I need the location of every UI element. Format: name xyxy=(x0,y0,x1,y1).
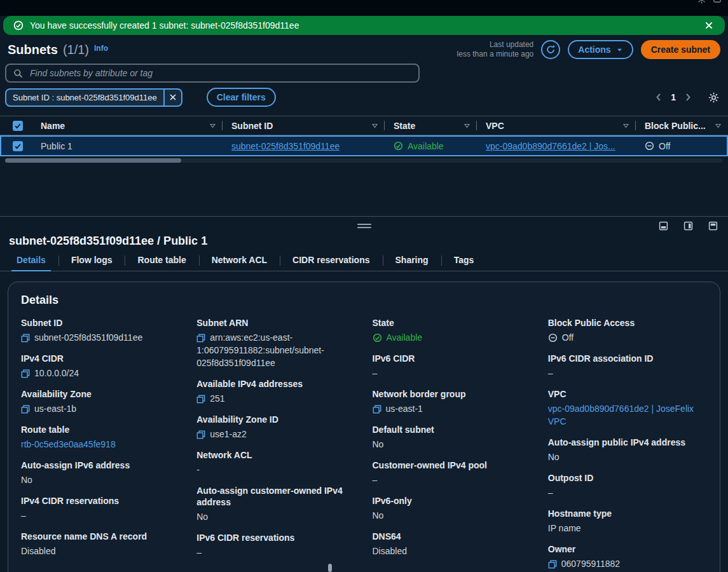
column-header-vpc[interactable]: VPC xyxy=(477,116,636,135)
column-header-subnet-id[interactable]: Subnet ID xyxy=(223,116,385,135)
flash-close-button[interactable] xyxy=(703,20,715,31)
tab-tags[interactable]: Tags xyxy=(441,252,487,271)
pagination: 1 xyxy=(652,91,720,104)
page-title: Subnets xyxy=(8,43,58,57)
tab-network-acl[interactable]: Network ACL xyxy=(199,252,280,271)
field-value: arn:aws:ec2:us-east-1:060795911882:subne… xyxy=(196,331,355,369)
field-label: Network ACL xyxy=(196,449,355,461)
info-link[interactable]: Info xyxy=(94,44,108,53)
field-text: – xyxy=(373,475,378,485)
field-label: Availability Zone ID xyxy=(196,414,355,425)
column-header-state[interactable]: State xyxy=(385,116,477,135)
panel-position-side-button[interactable] xyxy=(682,220,694,232)
status-off-icon xyxy=(548,332,562,343)
copy-icon[interactable] xyxy=(196,393,210,404)
clear-filters-button[interactable]: Clear filters xyxy=(207,88,276,107)
copy-icon[interactable] xyxy=(21,404,34,414)
tab-route-table[interactable]: Route table xyxy=(125,252,198,271)
table-row[interactable]: Public 1 subnet-025f8d351f09d11ee Availa… xyxy=(0,135,728,156)
field-label: Default subnet xyxy=(373,424,532,435)
tab-flow-logs[interactable]: Flow logs xyxy=(58,252,125,271)
field-resource-name-dns-a-record: Resource name DNS A recordDisabled xyxy=(21,531,180,557)
field-label: Auto-assign public IPv4 address xyxy=(548,437,707,448)
sort-icon[interactable] xyxy=(715,122,722,129)
field-value: IP name xyxy=(548,522,707,535)
next-page-button[interactable] xyxy=(682,91,694,104)
panel-position-detach-button[interactable] xyxy=(707,220,719,232)
column-label: VPC xyxy=(486,121,504,131)
field-text: - xyxy=(196,465,200,475)
tab-sharing[interactable]: Sharing xyxy=(383,252,441,271)
field-availability-zone: Availability Zoneus-east-1b xyxy=(21,388,180,415)
field-text: Disabled xyxy=(21,546,55,556)
tabs: DetailsFlow logsRoute tableNetwork ACLCI… xyxy=(0,252,728,271)
cell-vpc-link[interactable]: vpc-09ad0b890d7661de2 | Jos... xyxy=(486,141,615,151)
field-ipv4-cidr-reservations: IPv4 CIDR reservations– xyxy=(21,495,180,522)
copy-icon[interactable] xyxy=(21,368,34,378)
sort-icon[interactable] xyxy=(464,122,470,129)
row-checkbox[interactable] xyxy=(13,141,23,151)
filter-token-remove-button[interactable] xyxy=(163,90,181,106)
cell-subnet-id-link[interactable]: subnet-025f8d351f09d11ee xyxy=(231,141,340,151)
tab-details[interactable]: Details xyxy=(4,252,58,271)
search-input[interactable] xyxy=(29,67,411,79)
copy-icon[interactable] xyxy=(196,332,210,343)
settings-gear-icon xyxy=(708,92,719,103)
sort-icon[interactable] xyxy=(371,122,378,129)
browser-top-strip xyxy=(0,0,728,16)
select-all-checkbox[interactable] xyxy=(13,121,23,131)
copy-icon[interactable] xyxy=(196,429,210,439)
field-value: 060795911882 xyxy=(548,557,707,570)
copy-icon[interactable] xyxy=(548,559,561,569)
refresh-button[interactable] xyxy=(541,40,560,59)
resource-count: (1/1) xyxy=(63,43,89,57)
field-value: Disabled xyxy=(21,545,180,557)
field-text: – xyxy=(373,368,378,378)
field-label: IPv6 CIDR association ID xyxy=(548,353,707,364)
success-flashbar: You have successfully created 1 subnet: … xyxy=(3,16,725,35)
copy-icon[interactable] xyxy=(21,332,34,343)
field-label: Network border group xyxy=(373,388,532,400)
tab-cidr-reservations[interactable]: CIDR reservations xyxy=(280,252,382,271)
field-text: arn:aws:ec2:us-east-1:060795911882:subne… xyxy=(196,332,324,368)
field-text: IP name xyxy=(548,523,581,533)
field-text: No xyxy=(373,439,384,449)
previous-page-button[interactable] xyxy=(652,91,665,104)
field-text: us-east-1 xyxy=(386,404,423,414)
field-value: Off xyxy=(548,331,707,344)
column-header-name[interactable]: Name xyxy=(32,116,223,135)
cell-block-public-access: Off xyxy=(659,141,670,151)
field-label: Customer-owned IPv4 pool xyxy=(373,460,532,471)
field-link[interactable]: vpc-09ad0b890d7661de2 | JoseFelix VPC xyxy=(548,404,694,426)
actions-button[interactable]: Actions xyxy=(568,40,633,59)
column-header-block-public[interactable]: Block Public... xyxy=(636,116,728,135)
sort-icon[interactable] xyxy=(622,122,629,129)
field-value: subnet-025f8d351f09d11ee xyxy=(21,331,180,344)
current-page[interactable]: 1 xyxy=(671,92,676,102)
field-auto-assign-public-ipv4-address: Auto-assign public IPv4 addressNo xyxy=(548,437,707,463)
status-success-icon xyxy=(373,332,387,343)
field-dns64: DNS64Disabled xyxy=(373,531,532,557)
split-panel-detach-icon xyxy=(708,221,718,231)
copy-icon[interactable] xyxy=(373,404,386,414)
field-text: subnet-025f8d351f09d11ee xyxy=(34,332,142,343)
field-value: No xyxy=(373,509,532,522)
table-preferences-button[interactable] xyxy=(707,91,720,104)
last-updated-value: less than a minute ago xyxy=(457,50,534,59)
horizontal-scrollbar-thumb[interactable] xyxy=(5,158,181,163)
page-header: Subnets (1/1) Info Last updated less tha… xyxy=(8,38,720,61)
panel-scrollbar-thumb[interactable] xyxy=(328,564,332,572)
sort-icon[interactable] xyxy=(209,122,216,129)
field-label: IPv6 CIDR reservations xyxy=(196,532,355,543)
field-value: 10.0.0.0/24 xyxy=(21,367,180,379)
field-label: Subnet ID xyxy=(21,317,180,329)
create-subnet-button[interactable]: Create subnet xyxy=(641,40,720,59)
field-label: Resource name DNS A record xyxy=(21,531,180,542)
field-text: No xyxy=(21,475,32,485)
field-label: Availability Zone xyxy=(21,388,180,400)
field-link[interactable]: rtb-0c5ed3e0aa45fe918 xyxy=(21,439,116,449)
field-value: No xyxy=(548,451,707,463)
panel-position-bottom-button[interactable] xyxy=(657,220,670,232)
split-panel-drag-handle[interactable] xyxy=(357,222,371,230)
field-text: – xyxy=(196,547,202,557)
